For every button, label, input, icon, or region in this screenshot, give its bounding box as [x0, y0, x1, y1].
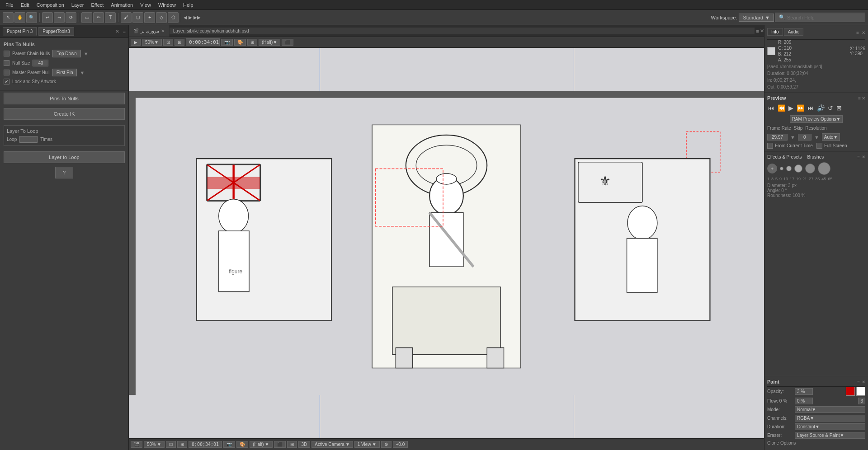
- menu-layer[interactable]: Layer: [68, 1, 88, 9]
- eraser-dropdown[interactable]: Layer Source & Paint▼: [795, 432, 865, 439]
- view-quality[interactable]: (Half)▼: [259, 39, 280, 46]
- hand-tool[interactable]: ✋: [14, 12, 25, 23]
- vb-half[interactable]: (Half)▼: [250, 441, 272, 448]
- full-screen-option[interactable]: Full Screen: [816, 143, 847, 149]
- first-pin-btn[interactable]: First Pin: [52, 69, 77, 76]
- eraser-tool[interactable]: ◇: [156, 12, 167, 23]
- master-parent-checkbox[interactable]: [4, 70, 9, 75]
- parent-chain-checkbox[interactable]: [4, 51, 9, 56]
- vb-comp-icon[interactable]: 🎬: [131, 441, 142, 448]
- comp-tab-close[interactable]: ✕: [161, 28, 165, 33]
- vb-timecode2[interactable]: 0;00;34;01: [189, 441, 222, 448]
- vb-offset[interactable]: +0.0: [393, 441, 408, 448]
- skip-input[interactable]: [798, 134, 811, 141]
- preview-loop[interactable]: ↺: [827, 103, 834, 112]
- nav-forward[interactable]: ▶▶: [193, 15, 201, 20]
- from-current-checkbox[interactable]: [767, 143, 773, 149]
- menu-view[interactable]: View: [137, 1, 155, 9]
- layer-to-loop-btn[interactable]: Layer to Loop: [4, 151, 125, 163]
- fit-to-comp[interactable]: ⊡: [163, 39, 173, 46]
- brush-dot-sm1[interactable]: [780, 167, 783, 170]
- menu-animation[interactable]: Animation: [107, 1, 137, 9]
- redo-tool[interactable]: ↪: [54, 12, 65, 23]
- search-box[interactable]: 🔍: [775, 13, 865, 22]
- puppet-pin-tab[interactable]: Puppet Pin 3: [3, 27, 37, 36]
- brush-dot-md1[interactable]: [794, 164, 802, 173]
- info-tab[interactable]: Info: [767, 28, 783, 36]
- fr-arrow[interactable]: ▼: [790, 135, 795, 140]
- preview-play[interactable]: ▶: [788, 103, 794, 112]
- zoom-tool[interactable]: 🔍: [26, 12, 37, 23]
- menu-file[interactable]: File: [2, 1, 17, 9]
- vb-views[interactable]: 1 View▼: [354, 441, 380, 448]
- menu-composition[interactable]: Composition: [33, 1, 68, 9]
- viewer-zoom[interactable]: 50%▼: [142, 39, 162, 46]
- null-size-input[interactable]: [33, 60, 48, 66]
- vb-color2[interactable]: 🎨: [236, 441, 248, 448]
- camera-icon[interactable]: 📷: [221, 39, 233, 46]
- preview-last[interactable]: ⏭: [807, 103, 815, 112]
- brush-tool[interactable]: 🖌: [121, 12, 132, 23]
- loop-input[interactable]: [19, 136, 38, 143]
- brush-dot-sm2[interactable]: [786, 166, 792, 171]
- info-panel-close[interactable]: ✕: [862, 30, 865, 35]
- master-parent-arrow[interactable]: ▼: [80, 70, 85, 75]
- brush-dot-lg1[interactable]: [818, 162, 830, 175]
- roto-tool[interactable]: ⬠: [168, 12, 179, 23]
- menu-edit[interactable]: Edit: [17, 1, 33, 9]
- preview-close[interactable]: ✕: [862, 96, 865, 101]
- paint-menu[interactable]: ≡: [857, 380, 860, 384]
- paint-close[interactable]: ✕: [862, 380, 865, 384]
- top-down-btn[interactable]: Top Down: [52, 50, 80, 57]
- pen-tool[interactable]: ✏: [93, 12, 104, 23]
- vb-trans[interactable]: ⬛: [274, 441, 286, 448]
- color-picker[interactable]: 🎨: [234, 39, 246, 46]
- pins-to-nulls-btn[interactable]: Pins To Nulls: [4, 93, 125, 104]
- opacity-input[interactable]: [795, 388, 813, 395]
- paint-fg-swatch[interactable]: [846, 387, 855, 396]
- vb-grid[interactable]: ⊞: [287, 441, 297, 448]
- skip-arrow[interactable]: ▼: [814, 135, 819, 140]
- comp-viewer[interactable]: figure: [129, 48, 764, 438]
- effects-tab[interactable]: Effects & Presets: [767, 155, 802, 159]
- duration-dropdown[interactable]: Constant▼: [795, 423, 865, 430]
- null-size-checkbox[interactable]: [4, 60, 9, 66]
- full-screen-checkbox[interactable]: [816, 143, 822, 149]
- undo-tool[interactable]: ↩: [42, 12, 53, 23]
- ram-preview-dropdown[interactable]: RAM Preview Options▼: [790, 115, 843, 123]
- timecode-display[interactable]: 0;00;34;01: [186, 38, 220, 46]
- comp-tab-main[interactable]: 🎬 مروری بر ✕: [129, 25, 170, 37]
- flow-input[interactable]: [795, 398, 813, 404]
- create-ik-btn[interactable]: Create IK: [4, 108, 125, 120]
- selection-tool[interactable]: ↖: [3, 12, 14, 23]
- comp-panel-menu[interactable]: ≡: [756, 28, 759, 34]
- puppet-tools-tab[interactable]: PuppetTools3: [38, 27, 74, 36]
- info-panel-menu[interactable]: ≡: [856, 30, 859, 35]
- always-preview-btn[interactable]: ▶: [131, 39, 141, 46]
- brushes-tab[interactable]: Brushes: [807, 155, 824, 159]
- transparency[interactable]: ⬛: [282, 39, 293, 46]
- vb-cam-btn[interactable]: 📷: [223, 441, 235, 448]
- preview-next[interactable]: ⏩: [796, 103, 805, 112]
- preview-prev[interactable]: ⏪: [777, 103, 786, 112]
- vb-camera-select[interactable]: Active Camera▼: [311, 441, 353, 448]
- left-panel-close[interactable]: ✕: [115, 28, 119, 34]
- rotate-tool[interactable]: ⟳: [66, 12, 76, 23]
- effects-menu[interactable]: ≡: [857, 155, 860, 159]
- add-brush-btn[interactable]: +: [767, 164, 777, 173]
- puppet-tool[interactable]: ✦: [144, 12, 155, 23]
- vb-zoom2[interactable]: 50%▼: [144, 441, 165, 448]
- show-grid[interactable]: ⊞: [247, 39, 257, 46]
- fit-width[interactable]: ⊞: [175, 39, 184, 46]
- channels-dropdown[interactable]: RGBA▼: [795, 415, 865, 422]
- lock-artwork-checkbox[interactable]: ✓: [4, 79, 9, 84]
- nav-play[interactable]: ▶: [189, 15, 192, 20]
- nav-backward[interactable]: ◀: [184, 15, 187, 20]
- effects-close[interactable]: ✕: [862, 155, 865, 159]
- comp-panel-close2[interactable]: ✕: [760, 28, 764, 34]
- preview-menu[interactable]: ≡: [858, 96, 861, 101]
- preview-out[interactable]: ⊠: [835, 103, 843, 112]
- menu-window[interactable]: Window: [155, 1, 179, 9]
- vb-safe-zones[interactable]: ⊞: [177, 441, 187, 448]
- workspace-dropdown[interactable]: Standard ▼: [739, 14, 774, 22]
